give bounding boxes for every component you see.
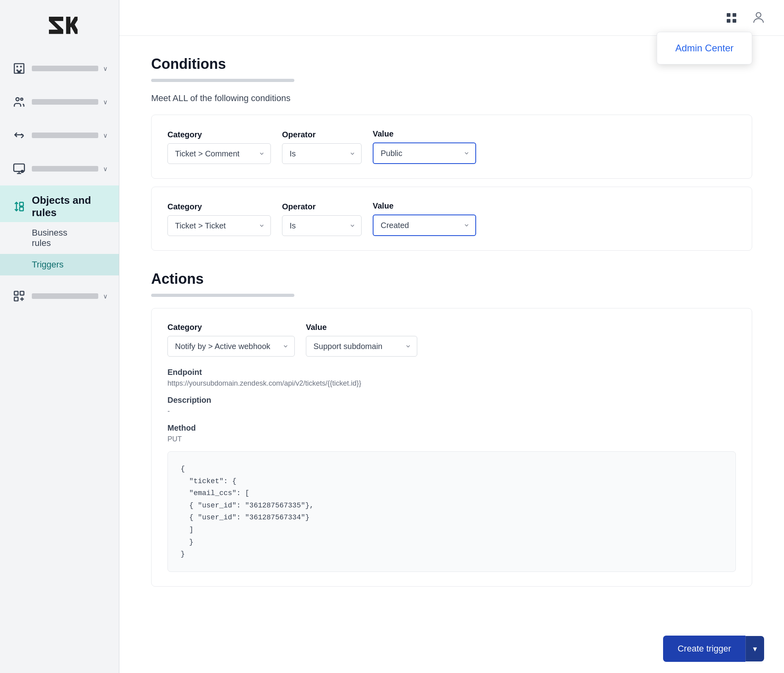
actions-progress-bar: [151, 294, 294, 297]
code-block: { "ticket": { "email_ccs": [ { "user_id"…: [167, 451, 736, 572]
page-content: Conditions Meet ALL of the following con…: [119, 36, 784, 673]
sidebar-nav: ∨ ∨ ∨: [0, 48, 119, 673]
sidebar-item-apps[interactable]: ∨: [0, 279, 119, 313]
svg-rect-12: [14, 291, 18, 295]
value-field-2: Value Created: [373, 201, 476, 236]
conditions-subtitle: Meet ALL of the following conditions: [151, 93, 752, 103]
arrows-icon: [11, 127, 27, 143]
nav-label-bar: [32, 133, 98, 138]
monitor-icon: [11, 161, 27, 177]
grid-menu-button[interactable]: [722, 8, 741, 27]
chevron-down-icon: ∨: [103, 293, 108, 300]
sub-navigation: Business rules Triggers: [0, 222, 119, 279]
condition-card-1: Category Ticket > Comment Operator Is: [151, 115, 752, 179]
category-select-1[interactable]: Ticket > Comment: [167, 143, 271, 164]
nav-label-bar: [32, 293, 98, 299]
actions-section: Actions Category Notify by > Active webh…: [151, 271, 752, 587]
actions-title: Actions: [151, 271, 752, 287]
nav-label-bar: [32, 166, 98, 172]
operator-select-1[interactable]: Is: [282, 143, 362, 164]
value-label-1: Value: [373, 129, 476, 139]
sidebar: ∨ ∨ ∨: [0, 0, 119, 673]
nav-label-bar: [32, 66, 98, 71]
svg-rect-5: [18, 70, 21, 73]
building-icon: [11, 60, 27, 76]
svg-rect-17: [727, 19, 730, 22]
value-select-1[interactable]: Public: [373, 142, 476, 164]
sidebar-item-triggers[interactable]: Triggers: [0, 254, 119, 275]
bottom-bar: Create trigger ▾: [643, 624, 784, 673]
sidebar-item-people[interactable]: ∨: [0, 85, 119, 119]
sidebar-item-workspace[interactable]: ∨: [0, 152, 119, 185]
value-label-2: Value: [373, 201, 476, 211]
value-select-2[interactable]: Created: [373, 215, 476, 236]
method-value: PUT: [167, 435, 736, 443]
method-section: Method PUT: [167, 423, 736, 443]
apps-icon: [11, 288, 27, 304]
operator-field-1: Operator Is: [282, 130, 362, 164]
endpoint-section: Endpoint https://yoursubdomain.zendesk.c…: [167, 368, 736, 388]
svg-rect-2: [20, 66, 22, 67]
chevron-down-icon: ∨: [103, 65, 108, 72]
svg-rect-11: [19, 207, 23, 211]
top-bar: Admin Center: [119, 0, 784, 36]
action-value-select[interactable]: Support subdomain: [306, 336, 417, 357]
people-icon: [11, 94, 27, 110]
condition-card-2: Category Ticket > Ticket Operator Is: [151, 187, 752, 251]
sidebar-item-business-rules[interactable]: Business rules: [0, 222, 119, 254]
condition-row-1: Category Ticket > Comment Operator Is: [167, 129, 736, 164]
svg-point-7: [21, 98, 23, 100]
objects-rules-icon: [11, 199, 27, 215]
operator-select-2[interactable]: Is: [282, 215, 362, 236]
action-row-1: Category Notify by > Active webhook Valu…: [167, 323, 736, 357]
operator-label-2: Operator: [282, 202, 362, 211]
method-label: Method: [167, 423, 736, 433]
svg-rect-15: [727, 13, 730, 17]
logo-area: [0, 0, 119, 48]
value-field-1: Value Public: [373, 129, 476, 164]
description-section: Description -: [167, 396, 736, 416]
category-select-2[interactable]: Ticket > Ticket: [167, 215, 271, 236]
condition-row-2: Category Ticket > Ticket Operator Is: [167, 201, 736, 236]
nav-label-bar: [32, 99, 98, 105]
description-value: -: [167, 407, 736, 416]
chevron-down-icon: ∨: [103, 132, 108, 139]
category-field-2: Category Ticket > Ticket: [167, 202, 271, 236]
category-label-2: Category: [167, 202, 271, 211]
svg-point-19: [756, 12, 761, 17]
svg-rect-18: [733, 19, 736, 22]
svg-rect-16: [733, 13, 736, 17]
category-field-1: Category Ticket > Comment: [167, 130, 271, 164]
endpoint-label: Endpoint: [167, 368, 736, 377]
chevron-down-icon: ∨: [103, 98, 108, 106]
svg-rect-1: [16, 66, 18, 67]
action-value-field: Value Support subdomain: [306, 323, 417, 357]
sidebar-item-objects[interactable]: Objects and rules: [0, 185, 119, 222]
action-card: Category Notify by > Active webhook Valu…: [151, 308, 752, 587]
create-trigger-button[interactable]: Create trigger: [663, 636, 745, 662]
create-trigger-dropdown-button[interactable]: ▾: [745, 636, 764, 661]
action-category-field: Category Notify by > Active webhook: [167, 323, 295, 357]
action-category-label: Category: [167, 323, 295, 332]
admin-center-link[interactable]: Admin Center: [665, 39, 744, 58]
user-profile-button[interactable]: [749, 8, 768, 27]
svg-rect-13: [20, 291, 24, 295]
endpoint-value: https://yoursubdomain.zendesk.com/api/v2…: [167, 379, 736, 388]
chevron-down-icon: ∨: [103, 165, 108, 173]
category-label-1: Category: [167, 130, 271, 139]
sidebar-item-channels[interactable]: ∨: [0, 119, 119, 152]
operator-label-1: Operator: [282, 130, 362, 139]
conditions-section: Conditions Meet ALL of the following con…: [151, 56, 752, 251]
sidebar-item-account[interactable]: ∨: [0, 52, 119, 85]
admin-center-dropdown: Admin Center: [657, 32, 752, 64]
action-category-select[interactable]: Notify by > Active webhook: [167, 336, 295, 357]
description-label: Description: [167, 396, 736, 405]
svg-rect-14: [14, 297, 18, 301]
svg-rect-10: [19, 202, 23, 206]
svg-point-9: [21, 170, 24, 173]
svg-point-6: [16, 98, 19, 101]
top-bar-icons: [722, 8, 768, 27]
main-content: Admin Center Conditions Meet ALL of the …: [119, 0, 784, 673]
zendesk-logo: [42, 12, 78, 36]
operator-field-2: Operator Is: [282, 202, 362, 236]
